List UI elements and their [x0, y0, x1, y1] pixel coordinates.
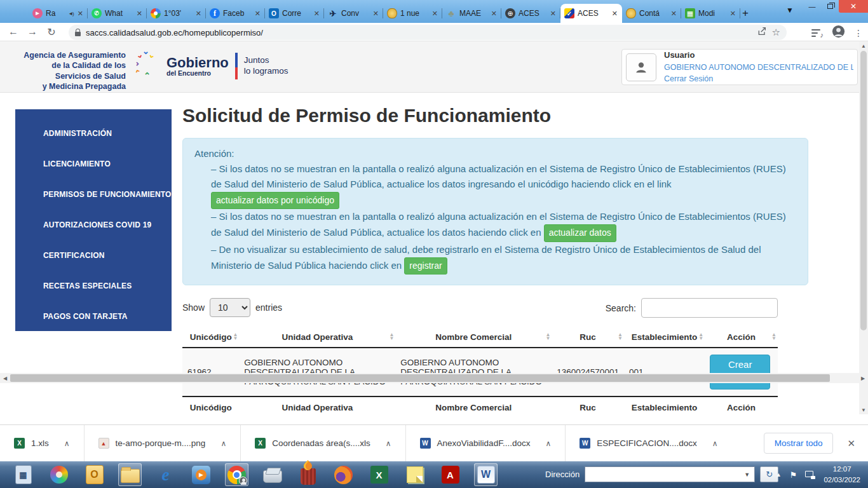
download-filename[interactable]: te-amo-porque-m....png	[116, 438, 206, 448]
downloads-close-icon[interactable]: ✕	[847, 438, 855, 449]
close-button[interactable]: ✕	[839, 0, 868, 13]
shredder-icon[interactable]	[296, 463, 320, 486]
download-filename[interactable]: 1.xls	[31, 438, 49, 448]
chevron-up-icon[interactable]: ∧	[712, 439, 718, 448]
sidebar-item-autorizaciones-covid[interactable]: AUTORIZACIONES COVID 19	[15, 210, 172, 240]
address-bar[interactable]: saccs.calidadsalud.gob.ec/homepublicoper…	[69, 25, 787, 40]
download-item[interactable]: X Coordenadas área(s....xls ∧	[241, 425, 405, 461]
download-item[interactable]: W ESPECIFICACION....docx ∧	[566, 425, 731, 461]
tab-close-icon[interactable]: ✕	[254, 10, 261, 18]
sidebar-item-certificacion[interactable]: CERTIFICACION	[15, 240, 172, 271]
tab-close-icon[interactable]: ✕	[77, 10, 84, 18]
network-icon[interactable]	[805, 471, 815, 479]
col-establecimiento[interactable]: Establecimiento▲▼	[624, 327, 705, 348]
tab-aces-globe[interactable]: ⊕ ACES ✕	[501, 4, 560, 23]
col-unicodigo[interactable]: Unicódigo▲▼	[182, 327, 239, 348]
url-text[interactable]: saccs.calidadsalud.gob.ec/homepublicoper…	[86, 28, 752, 37]
tab-aces-active[interactable]: ✓ ACES ✕	[560, 4, 622, 23]
sort-icon[interactable]: ▲▼	[771, 333, 776, 342]
tab-maps[interactable]: 1°03' ✕	[147, 4, 206, 23]
action-center-flag-icon[interactable]: ⚑	[790, 470, 797, 480]
vertical-scrollbar[interactable]: ▲ ▼	[859, 41, 868, 414]
tab-nue[interactable]: 1 nue ✕	[383, 4, 442, 23]
show-all-downloads-button[interactable]: Mostrar todo	[764, 433, 834, 454]
sort-icon[interactable]: ▲▼	[389, 333, 394, 342]
restore-button[interactable]	[821, 0, 839, 13]
col-unidad-operativa[interactable]: Unidad Operativa▲▼	[239, 327, 395, 348]
chevron-up-icon[interactable]: ∧	[64, 439, 70, 448]
scroll-right-icon[interactable]: ▶	[858, 373, 868, 383]
horizontal-scroll-thumb[interactable]	[10, 374, 830, 382]
registrar-link[interactable]: registrar	[404, 257, 447, 274]
user-name-link[interactable]: GOBIERNO AUTONOMO DESCENTRALIZADO DE LA …	[664, 62, 853, 73]
crear-solicitud-button[interactable]: Crear Solicitud	[710, 355, 770, 390]
sort-icon[interactable]: ▲▼	[545, 333, 550, 342]
media-controls-icon[interactable]: ♪	[811, 29, 823, 37]
tab-maae[interactable]: ♣ MAAE ✕	[442, 4, 501, 23]
firefox-icon[interactable]	[332, 463, 355, 486]
media-player-icon[interactable]: ▶	[189, 463, 213, 486]
sidebar-item-administracion[interactable]: ADMINISTRACIÓN	[15, 118, 172, 149]
tab-facebook[interactable]: f Faceb ✕	[206, 4, 265, 23]
tab-conta[interactable]: Contá ✕	[622, 4, 681, 23]
tab-outlook[interactable]: O Corre ✕	[265, 4, 324, 23]
tab-close-icon[interactable]: ✕	[729, 10, 736, 18]
user-avatar-button[interactable]	[626, 53, 656, 81]
sidebar-item-permisos[interactable]: PERMISOS DE FUNCIONAMIENTO	[15, 179, 172, 210]
tab-close-icon[interactable]: ✕	[491, 10, 498, 18]
download-item[interactable]: W AnexoViabilidadF....docx ∧	[406, 425, 566, 461]
internet-explorer-icon[interactable]: e	[154, 463, 177, 486]
tab-audio-icon[interactable]: ◄)	[68, 11, 74, 17]
sidebar-item-pagos[interactable]: PAGOS CON TARJETA	[15, 301, 172, 332]
tab-search-chevron-icon[interactable]: ▼	[786, 6, 794, 15]
chevron-up-icon[interactable]: ∧	[386, 439, 391, 448]
share-icon[interactable]	[757, 26, 767, 39]
scroll-down-icon[interactable]: ▼	[859, 405, 868, 414]
sort-icon[interactable]: ▲▼	[618, 333, 623, 342]
word-icon[interactable]: W	[474, 463, 498, 486]
scanner-icon[interactable]	[261, 463, 284, 486]
acrobat-icon[interactable]: A	[438, 463, 462, 486]
chrome-icon[interactable]	[225, 463, 248, 486]
sticky-notes-icon[interactable]	[403, 463, 426, 486]
scroll-left-icon[interactable]: ◀	[0, 373, 10, 383]
calculator-icon[interactable]: ▦	[11, 463, 35, 486]
tab-modif[interactable]: ▦ Modi ✕	[681, 4, 740, 23]
logout-link[interactable]: Cerrar Sesión	[664, 73, 853, 85]
page-size-select[interactable]: 10	[210, 298, 250, 317]
windows-explorer-icon[interactable]	[118, 463, 142, 486]
download-item[interactable]: X 1.xls ∧	[0, 425, 85, 461]
menu-dots-icon[interactable]: ⋮	[854, 28, 863, 38]
sidebar-item-licenciamiento[interactable]: LICENCIAMIENTO	[15, 149, 172, 179]
sort-icon[interactable]: ▲▼	[698, 333, 703, 342]
download-item[interactable]: ▲ te-amo-porque-m....png ∧	[85, 425, 241, 461]
horizontal-scrollbar[interactable]: ◀ ▶	[0, 373, 868, 383]
tab-radio[interactable]: ▶ Ra ◄) ✕	[29, 4, 88, 23]
forward-icon[interactable]: →	[23, 26, 42, 37]
download-filename[interactable]: AnexoViabilidadF....docx	[437, 438, 531, 448]
back-icon[interactable]: ←	[4, 26, 23, 37]
tab-close-icon[interactable]: ✕	[611, 10, 618, 18]
paint-icon[interactable]	[47, 463, 71, 486]
tab-conv[interactable]: ✈ Conv ✕	[324, 4, 383, 23]
tab-close-icon[interactable]: ✕	[313, 10, 320, 18]
dropdown-chevron-icon[interactable]: ▼	[740, 471, 754, 478]
chevron-up-icon[interactable]: ∧	[220, 439, 226, 448]
direccion-input[interactable]: ▼	[585, 466, 755, 482]
sidebar-item-recetas[interactable]: RECETAS ESPECIALES	[15, 271, 172, 301]
download-filename[interactable]: ESPECIFICACION....docx	[597, 438, 697, 448]
outlook-icon[interactable]: O	[83, 463, 106, 486]
search-input[interactable]	[641, 298, 778, 318]
tab-close-icon[interactable]: ✕	[550, 10, 557, 18]
show-hidden-icons[interactable]: ▲	[776, 471, 782, 478]
minimize-button[interactable]: —	[803, 0, 821, 13]
new-tab-button[interactable]: +	[737, 5, 754, 22]
col-nombre-comercial[interactable]: Nombre Comercial▲▼	[395, 327, 552, 348]
tab-whatsapp[interactable]: ✆ What ✕	[88, 4, 147, 23]
reload-icon[interactable]: ↻	[42, 26, 61, 38]
bookmark-star-icon[interactable]: ☆	[772, 27, 780, 38]
download-filename[interactable]: Coordenadas área(s....xls	[272, 438, 370, 448]
actualizar-unicodigo-link[interactable]: actualizar datos por unicódigo	[211, 192, 339, 209]
excel-icon[interactable]: X	[367, 463, 391, 486]
taskbar-clock[interactable]: 12:07 02/03/2022	[824, 464, 863, 486]
